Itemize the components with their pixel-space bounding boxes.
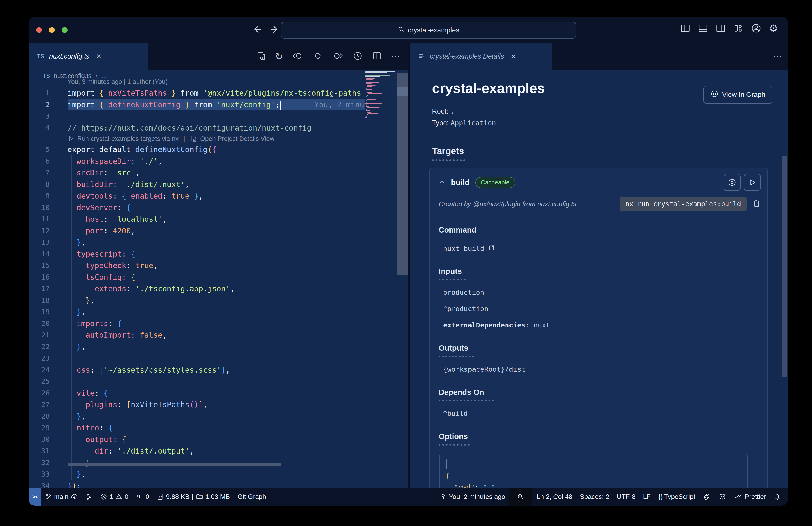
code-line[interactable]: 9 devtools: { enabled: true },	[29, 190, 408, 202]
indentation-item[interactable]: Spaces: 2	[576, 487, 613, 506]
code-line[interactable]: 1import { nxViteTsPaths } from '@nx/vite…	[29, 87, 408, 99]
eol-item[interactable]: LF	[639, 487, 654, 506]
toggle-primary-sidebar-icon[interactable]	[680, 23, 691, 33]
code-line[interactable]: 10 devServer: {	[29, 202, 408, 214]
warning-icon	[115, 493, 122, 500]
dotted-rule	[439, 400, 494, 401]
problems-item[interactable]: 1 0	[97, 487, 132, 506]
code-line[interactable]: 24 css: ['~/assets/css/styles.scss'],	[29, 364, 408, 376]
panel-more-actions-icon[interactable]: ⋯	[773, 51, 782, 61]
code-content[interactable]: You, 3 minutes ago | 1 author (You)1impo…	[29, 76, 408, 487]
tab-nuxt-config[interactable]: TS nuxt.config.ts ✕	[29, 43, 148, 70]
code-line[interactable]: 22 },	[29, 341, 408, 353]
options-heading: Options	[439, 432, 761, 441]
chevron-up-icon[interactable]	[439, 179, 445, 186]
code-line[interactable]: 28 },	[29, 411, 408, 422]
ports-item[interactable]: 0	[132, 487, 153, 506]
options-json-editor[interactable]: { "cwd": "." }	[439, 454, 748, 487]
code-line[interactable]: 31 dir: './dist/.output',	[29, 445, 408, 457]
command-center-search[interactable]: crystal-examples	[281, 22, 576, 39]
zoom-item[interactable]	[509, 487, 532, 506]
navigate-back-icon[interactable]	[251, 24, 263, 36]
current-position-circle-icon[interactable]	[313, 51, 323, 61]
editor-more-actions-icon[interactable]: ⋯	[391, 51, 400, 61]
git-graph-item[interactable]: Git Graph	[234, 487, 270, 506]
maximize-window-button[interactable]	[62, 27, 68, 33]
code-line[interactable]: 16 tsConfig: {	[29, 271, 408, 283]
git-branch-item[interactable]: main	[41, 487, 82, 506]
code-line[interactable]: 5export default defineNuxtConfig({	[29, 144, 408, 155]
code-line[interactable]: 29 nitro: {	[29, 422, 408, 434]
source-control-graph-item[interactable]	[82, 487, 97, 506]
customize-layout-icon[interactable]	[733, 23, 743, 33]
tab-project-details[interactable]: crystal-examples Details ✕	[410, 43, 552, 70]
code-line[interactable]: 33 },	[29, 468, 408, 480]
close-tab-icon[interactable]: ✕	[511, 53, 516, 60]
language-mode-item[interactable]: { } TypeScript	[654, 487, 699, 506]
blame-item[interactable]: You, 2 minutes ago	[436, 487, 509, 506]
code-line[interactable]: 27 plugins: [nxViteTsPaths()],	[29, 399, 408, 411]
copilot-robot-icon[interactable]	[714, 487, 730, 506]
squirrel-extension-icon[interactable]	[699, 487, 714, 506]
navigate-forward-icon[interactable]	[269, 24, 281, 36]
code-line[interactable]: 4// https://nuxt.com/docs/api/configurat…	[29, 122, 408, 134]
code-line[interactable]: 12 port: 4200,	[29, 225, 408, 237]
code-line[interactable]: 30 output: {	[29, 434, 408, 445]
account-icon[interactable]	[751, 23, 762, 33]
code-line[interactable]: 8 buildDir: './dist/.nuxt',	[29, 179, 408, 190]
cursor-position-item[interactable]: Ln 2, Col 48	[533, 487, 576, 506]
close-window-button[interactable]	[36, 27, 42, 33]
split-editor-icon[interactable]	[372, 51, 382, 61]
code-line[interactable]: 25	[29, 375, 408, 387]
code-line[interactable]: 20 imports: {	[29, 318, 408, 329]
code-line[interactable]: 21 autoImport: false,	[29, 329, 408, 341]
code-line[interactable]: 26 vite: {	[29, 387, 408, 399]
refresh-icon[interactable]: ↻	[275, 51, 283, 62]
dotted-rule	[439, 279, 466, 281]
toggle-secondary-sidebar-icon[interactable]	[715, 23, 726, 33]
code-line[interactable]: 14 typescript: {	[29, 248, 408, 260]
code-line[interactable]: 15 typeCheck: true,	[29, 260, 408, 271]
prettier-item[interactable]: Prettier	[730, 487, 770, 506]
code-line[interactable]: 23	[29, 353, 408, 364]
file-size-item[interactable]: 9.88 KB | 1.03 MB	[153, 487, 234, 506]
code-line[interactable]: 17 extends: './tsconfig.app.json',	[29, 283, 408, 295]
code-line[interactable]: 18 },	[29, 295, 408, 306]
code-line[interactable]: 19 },	[29, 306, 408, 318]
code-line[interactable]: 32 },	[29, 457, 408, 469]
run-target-play-button[interactable]	[744, 174, 761, 191]
code-line[interactable]: 34});	[29, 480, 408, 488]
editor-vertical-scrollbar[interactable]	[397, 73, 408, 275]
code-editor[interactable]: TS nuxt.config.ts › … You, 3 minutes ago…	[29, 70, 408, 487]
notifications-bell-icon[interactable]	[770, 487, 788, 506]
code-line[interactable]: 6 workspaceDir: './',	[29, 155, 408, 167]
minimap[interactable]	[365, 71, 396, 203]
open-changes-icon[interactable]	[256, 51, 266, 61]
remote-indicator[interactable]: ><	[29, 487, 41, 506]
close-tab-icon[interactable]: ✕	[96, 53, 102, 60]
code-line[interactable]: 11 host: 'localhost',	[29, 213, 408, 225]
view-target-eye-button[interactable]	[724, 174, 740, 191]
code-line[interactable]: 3	[29, 110, 408, 122]
code-line[interactable]: 7 srcDir: 'src',	[29, 167, 408, 179]
settings-gear-icon[interactable]: ⚙	[769, 22, 778, 34]
timeline-clock-icon[interactable]	[352, 51, 363, 62]
tab-label: crystal-examples Details	[430, 52, 504, 60]
code-line[interactable]: 13 },	[29, 237, 408, 248]
toggle-panel-icon[interactable]	[698, 23, 708, 33]
encoding-item[interactable]: UTF-8	[613, 487, 639, 506]
external-link-icon[interactable]	[488, 244, 495, 253]
minimize-window-button[interactable]	[49, 27, 55, 33]
navigate-forward-circle-icon[interactable]	[332, 51, 343, 61]
type-row: Type: Application	[432, 119, 788, 127]
navigate-back-circle-icon[interactable]	[292, 51, 304, 61]
editor-horizontal-scrollbar[interactable]	[68, 463, 281, 466]
view-in-graph-button[interactable]: View In Graph	[704, 86, 772, 103]
panel-scrollbar[interactable]	[782, 156, 787, 376]
codelens-row[interactable]: Run crystal-examples targets via nx | Op…	[29, 133, 408, 144]
search-value: crystal-examples	[408, 26, 460, 34]
code-line[interactable]: 2import { defineNuxtConfig } from 'nuxt/…	[29, 99, 408, 111]
target-name[interactable]: build	[451, 178, 469, 187]
copy-icon[interactable]	[752, 199, 761, 209]
nx-run-command-chip[interactable]: nx run crystal-examples:build	[620, 197, 747, 211]
